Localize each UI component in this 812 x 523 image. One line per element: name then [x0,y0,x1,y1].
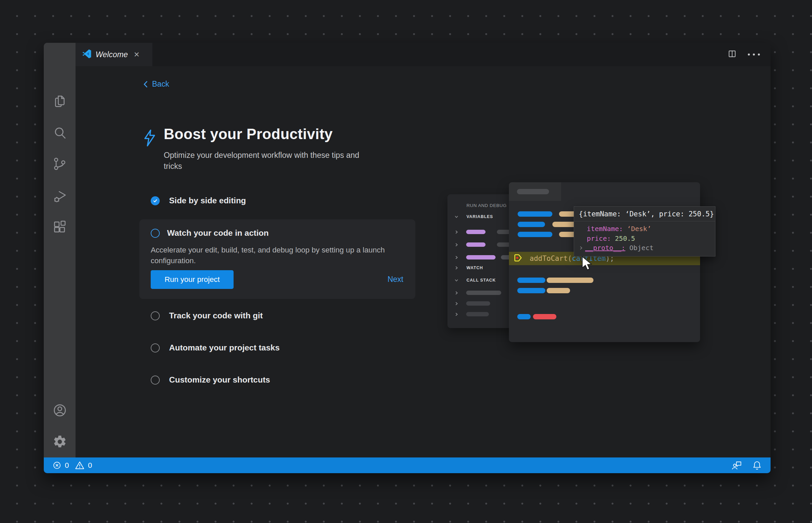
bell-icon[interactable] [752,461,762,470]
skeleton-pill [466,312,489,316]
explorer-icon[interactable] [52,93,68,108]
section-watch[interactable]: WATCH [467,266,483,270]
status-bar: 0 0 [44,457,771,473]
skeleton-pill [466,255,495,259]
active-step-card: Watch your code in action Accelerate you… [139,219,415,299]
split-editor-icon[interactable] [728,50,736,59]
tooltip-row: price: 250.5 [579,234,711,244]
run-your-project-button[interactable]: Run your project [151,270,233,289]
radio-circle-icon [151,229,160,238]
step-automate-tasks[interactable]: Automate your project tasks [151,343,280,353]
section-variables[interactable]: VARIABLES [467,214,493,219]
step-customize-shortcuts[interactable]: Customize your shortcuts [151,375,270,384]
section-call-stack[interactable]: CALL STACK [467,278,496,283]
step-label: Customize your shortcuts [169,375,270,384]
lightning-icon [143,129,156,148]
warnings-count[interactable]: 0 [88,461,92,470]
vscode-logo-icon [82,49,92,60]
skeleton-pill [466,291,501,295]
search-icon[interactable] [52,125,68,141]
chevron-right-icon[interactable] [454,301,459,306]
property-value: ‘Desk’ [627,225,651,233]
chevron-down-icon[interactable] [454,278,459,283]
step-label: Automate your project tasks [169,343,280,353]
skeleton-pill [517,232,552,237]
vscode-window: Welcome × Back Boost your Productivity O… [44,43,771,473]
property-value: 250.5 [615,234,635,242]
tab-bar: Welcome × [76,43,771,66]
chevron-right-icon[interactable] [454,266,459,270]
radio-circle-icon [151,343,160,353]
page-subtitle: Optimize your development workflow with … [164,150,374,172]
panel-title: RUN AND DEBUG [467,203,507,208]
tooltip-row: itemName: ‘Desk’ [579,224,711,234]
chevron-right-icon[interactable] [579,246,583,250]
skeleton-pill [517,288,545,293]
debug-value-tooltip: {itemName: ‘Desk’, price: 250.5} itemNam… [574,206,715,256]
skeleton-pill [466,230,486,234]
feedback-icon[interactable] [731,461,742,470]
step-label: Watch your code in action [167,229,269,238]
errors-icon[interactable] [53,461,61,470]
chevron-right-icon[interactable] [454,255,459,260]
property-key: __proto__: [585,244,625,252]
chevron-left-icon [143,80,148,88]
skeleton-pill [517,211,552,217]
tooltip-header: {itemName: ‘Desk’, price: 250.5} [574,207,715,221]
skeleton-pill [517,314,531,319]
next-link[interactable]: Next [388,275,403,284]
chevron-right-icon[interactable] [454,230,459,234]
mouse-cursor [581,256,594,272]
skeleton-pill [547,288,570,293]
tab-close-icon[interactable]: × [134,50,139,59]
code-function: addToCart( [530,254,572,263]
tab-welcome[interactable]: Welcome × [76,43,152,66]
chevron-right-icon[interactable] [454,291,459,295]
step-label: Side by side editing [169,196,246,205]
property-key: itemName: [587,225,623,233]
skeleton-pill [547,277,593,283]
property-key: price: [587,234,611,242]
editor-content: Back Boost your Productivity Optimize yo… [76,66,771,457]
settings-gear-icon[interactable] [52,434,68,449]
chevron-right-icon[interactable] [454,242,459,247]
checked-circle-icon [151,196,160,205]
run-and-debug-icon[interactable] [52,189,68,204]
radio-circle-icon [151,376,160,384]
activity-bar [44,43,76,457]
account-icon[interactable] [52,403,68,418]
page-title: Boost your Productivity [164,126,333,142]
step-label: Track your code with git [169,311,263,320]
more-actions-icon[interactable] [748,54,760,55]
chevron-right-icon[interactable] [454,312,459,317]
radio-circle-icon [151,311,160,320]
warnings-icon[interactable] [75,461,84,470]
debug-breakpoint-arrow-icon [514,253,524,264]
property-value: Object [629,244,653,252]
extensions-icon[interactable] [52,219,68,235]
step-side-by-side[interactable]: Side by side editing [151,196,246,205]
skeleton-pill [466,242,486,247]
back-link[interactable]: Back [143,79,169,89]
back-label: Back [152,79,169,89]
step-track-git[interactable]: Track your code with git [151,311,263,320]
skeleton-pill [517,222,545,227]
source-control-icon[interactable] [52,156,68,172]
errors-count[interactable]: 0 [65,461,69,470]
tooltip-row: __proto__: Object [579,243,711,253]
editor-mock-tab [509,182,561,201]
step-description: Accelerate your edit, build, test, and d… [151,245,403,266]
skeleton-pill [517,189,549,194]
skeleton-pill [533,314,556,319]
skeleton-pill [517,277,545,283]
tab-title: Welcome [96,50,128,59]
chevron-down-icon[interactable] [454,214,459,219]
skeleton-pill [466,301,490,306]
